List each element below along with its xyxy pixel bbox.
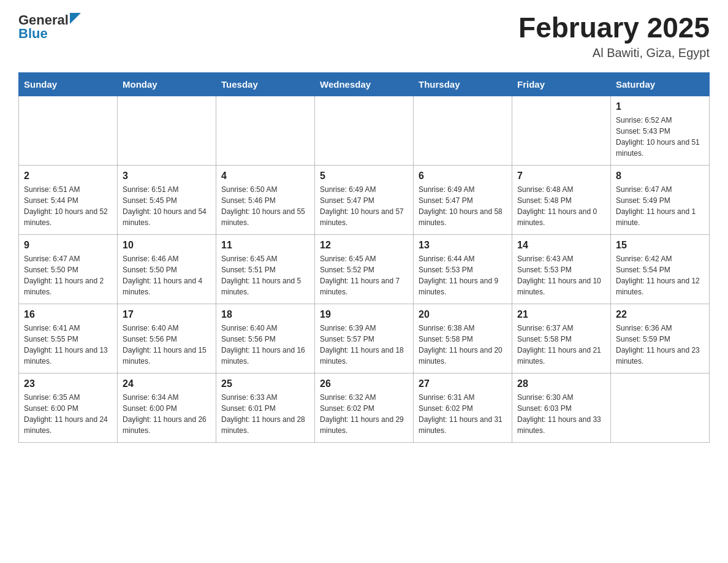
- day-number: 13: [419, 240, 507, 251]
- calendar-cell: 25Sunrise: 6:33 AMSunset: 6:01 PMDayligh…: [216, 373, 315, 442]
- day-info: Sunrise: 6:45 AMSunset: 5:51 PMDaylight:…: [221, 253, 309, 297]
- day-number: 14: [517, 240, 605, 251]
- day-info: Sunrise: 6:42 AMSunset: 5:54 PMDaylight:…: [616, 253, 704, 297]
- calendar-cell: 15Sunrise: 6:42 AMSunset: 5:54 PMDayligh…: [611, 234, 710, 304]
- calendar-cell: [19, 96, 118, 165]
- calendar-week-row: 9Sunrise: 6:47 AMSunset: 5:50 PMDaylight…: [19, 234, 710, 304]
- day-info: Sunrise: 6:37 AMSunset: 5:58 PMDaylight:…: [517, 323, 605, 367]
- day-number: 21: [517, 309, 605, 320]
- calendar-cell: 16Sunrise: 6:41 AMSunset: 5:55 PMDayligh…: [19, 304, 118, 373]
- calendar-cell: 27Sunrise: 6:31 AMSunset: 6:02 PMDayligh…: [414, 373, 512, 442]
- calendar-cell: 26Sunrise: 6:32 AMSunset: 6:02 PMDayligh…: [315, 373, 414, 442]
- day-number: 7: [517, 170, 605, 182]
- calendar-cell: 17Sunrise: 6:40 AMSunset: 5:56 PMDayligh…: [118, 304, 216, 373]
- day-info: Sunrise: 6:49 AMSunset: 5:47 PMDaylight:…: [419, 184, 507, 228]
- calendar-cell: 24Sunrise: 6:34 AMSunset: 6:00 PMDayligh…: [118, 373, 216, 442]
- day-number: 11: [221, 240, 309, 251]
- day-info: Sunrise: 6:30 AMSunset: 6:03 PMDaylight:…: [517, 392, 605, 436]
- calendar-cell: [414, 96, 512, 165]
- weekday-header-monday: Monday: [118, 72, 216, 96]
- day-number: 10: [123, 240, 211, 251]
- calendar-cell: 3Sunrise: 6:51 AMSunset: 5:45 PMDaylight…: [118, 165, 216, 234]
- day-info: Sunrise: 6:34 AMSunset: 6:00 PMDaylight:…: [123, 392, 211, 436]
- day-info: Sunrise: 6:43 AMSunset: 5:53 PMDaylight:…: [517, 253, 605, 297]
- day-number: 17: [123, 309, 211, 320]
- day-number: 5: [320, 170, 408, 182]
- day-info: Sunrise: 6:51 AMSunset: 5:45 PMDaylight:…: [123, 184, 211, 228]
- calendar-cell: 19Sunrise: 6:39 AMSunset: 5:57 PMDayligh…: [315, 304, 414, 373]
- day-number: 9: [24, 240, 112, 251]
- day-number: 4: [221, 170, 309, 182]
- day-info: Sunrise: 6:32 AMSunset: 6:02 PMDaylight:…: [320, 392, 408, 436]
- title-block: February 2025 Al Bawiti, Giza, Egypt: [518, 12, 710, 60]
- day-info: Sunrise: 6:40 AMSunset: 5:56 PMDaylight:…: [221, 323, 309, 367]
- calendar-cell: 11Sunrise: 6:45 AMSunset: 5:51 PMDayligh…: [216, 234, 315, 304]
- day-number: 1: [616, 101, 704, 112]
- day-info: Sunrise: 6:47 AMSunset: 5:49 PMDaylight:…: [616, 184, 704, 228]
- calendar-cell: 10Sunrise: 6:46 AMSunset: 5:50 PMDayligh…: [118, 234, 216, 304]
- day-info: Sunrise: 6:44 AMSunset: 5:53 PMDaylight:…: [419, 253, 507, 297]
- day-info: Sunrise: 6:47 AMSunset: 5:50 PMDaylight:…: [24, 253, 112, 297]
- calendar-cell: 18Sunrise: 6:40 AMSunset: 5:56 PMDayligh…: [216, 304, 315, 373]
- svg-marker-0: [70, 13, 81, 24]
- calendar-cell: [611, 373, 710, 442]
- calendar-week-row: 2Sunrise: 6:51 AMSunset: 5:44 PMDaylight…: [19, 165, 710, 234]
- calendar-cell: [315, 96, 414, 165]
- calendar-cell: [118, 96, 216, 165]
- day-number: 18: [221, 309, 309, 320]
- weekday-header-thursday: Thursday: [414, 72, 512, 96]
- day-number: 12: [320, 240, 408, 251]
- day-number: 8: [616, 170, 704, 182]
- calendar-cell: 5Sunrise: 6:49 AMSunset: 5:47 PMDaylight…: [315, 165, 414, 234]
- day-number: 19: [320, 309, 408, 320]
- calendar-table: SundayMondayTuesdayWednesdayThursdayFrid…: [18, 72, 710, 443]
- day-info: Sunrise: 6:46 AMSunset: 5:50 PMDaylight:…: [123, 253, 211, 297]
- day-info: Sunrise: 6:40 AMSunset: 5:56 PMDaylight:…: [123, 323, 211, 367]
- calendar-cell: 7Sunrise: 6:48 AMSunset: 5:48 PMDaylight…: [512, 165, 611, 234]
- day-number: 3: [123, 170, 211, 182]
- day-info: Sunrise: 6:52 AMSunset: 5:43 PMDaylight:…: [616, 115, 704, 159]
- calendar-cell: 4Sunrise: 6:50 AMSunset: 5:46 PMDaylight…: [216, 165, 315, 234]
- day-info: Sunrise: 6:50 AMSunset: 5:46 PMDaylight:…: [221, 184, 309, 228]
- calendar-cell: 1Sunrise: 6:52 AMSunset: 5:43 PMDaylight…: [611, 96, 710, 165]
- location-title: Al Bawiti, Giza, Egypt: [518, 46, 710, 60]
- calendar-week-row: 1Sunrise: 6:52 AMSunset: 5:43 PMDaylight…: [19, 96, 710, 165]
- calendar-cell: 9Sunrise: 6:47 AMSunset: 5:50 PMDaylight…: [19, 234, 118, 304]
- calendar-cell: [216, 96, 315, 165]
- day-number: 23: [24, 378, 112, 389]
- day-number: 26: [320, 378, 408, 389]
- calendar-week-row: 16Sunrise: 6:41 AMSunset: 5:55 PMDayligh…: [19, 304, 710, 373]
- weekday-header-saturday: Saturday: [611, 72, 710, 96]
- weekday-header-friday: Friday: [512, 72, 611, 96]
- day-number: 22: [616, 309, 704, 320]
- calendar-cell: 28Sunrise: 6:30 AMSunset: 6:03 PMDayligh…: [512, 373, 611, 442]
- page-header: General Blue February 2025 Al Bawiti, Gi…: [18, 12, 710, 60]
- day-info: Sunrise: 6:36 AMSunset: 5:59 PMDaylight:…: [616, 323, 704, 367]
- calendar-cell: 13Sunrise: 6:44 AMSunset: 5:53 PMDayligh…: [414, 234, 512, 304]
- day-info: Sunrise: 6:31 AMSunset: 6:02 PMDaylight:…: [419, 392, 507, 436]
- weekday-header-tuesday: Tuesday: [216, 72, 315, 96]
- logo-blue-text: Blue: [18, 26, 81, 42]
- calendar-cell: 22Sunrise: 6:36 AMSunset: 5:59 PMDayligh…: [611, 304, 710, 373]
- day-number: 20: [419, 309, 507, 320]
- day-number: 24: [123, 378, 211, 389]
- logo: General Blue: [18, 12, 81, 42]
- weekday-header-wednesday: Wednesday: [315, 72, 414, 96]
- logo-triangle-icon: [70, 13, 81, 24]
- weekday-header-sunday: Sunday: [19, 72, 118, 96]
- calendar-cell: [512, 96, 611, 165]
- calendar-cell: 20Sunrise: 6:38 AMSunset: 5:58 PMDayligh…: [414, 304, 512, 373]
- month-title: February 2025: [518, 12, 710, 44]
- calendar-cell: 2Sunrise: 6:51 AMSunset: 5:44 PMDaylight…: [19, 165, 118, 234]
- day-info: Sunrise: 6:41 AMSunset: 5:55 PMDaylight:…: [24, 323, 112, 367]
- day-number: 15: [616, 240, 704, 251]
- calendar-cell: 6Sunrise: 6:49 AMSunset: 5:47 PMDaylight…: [414, 165, 512, 234]
- day-info: Sunrise: 6:39 AMSunset: 5:57 PMDaylight:…: [320, 323, 408, 367]
- day-number: 28: [517, 378, 605, 389]
- day-info: Sunrise: 6:51 AMSunset: 5:44 PMDaylight:…: [24, 184, 112, 228]
- calendar-header-row: SundayMondayTuesdayWednesdayThursdayFrid…: [19, 72, 710, 96]
- day-info: Sunrise: 6:33 AMSunset: 6:01 PMDaylight:…: [221, 392, 309, 436]
- day-number: 25: [221, 378, 309, 389]
- calendar-cell: 14Sunrise: 6:43 AMSunset: 5:53 PMDayligh…: [512, 234, 611, 304]
- day-info: Sunrise: 6:49 AMSunset: 5:47 PMDaylight:…: [320, 184, 408, 228]
